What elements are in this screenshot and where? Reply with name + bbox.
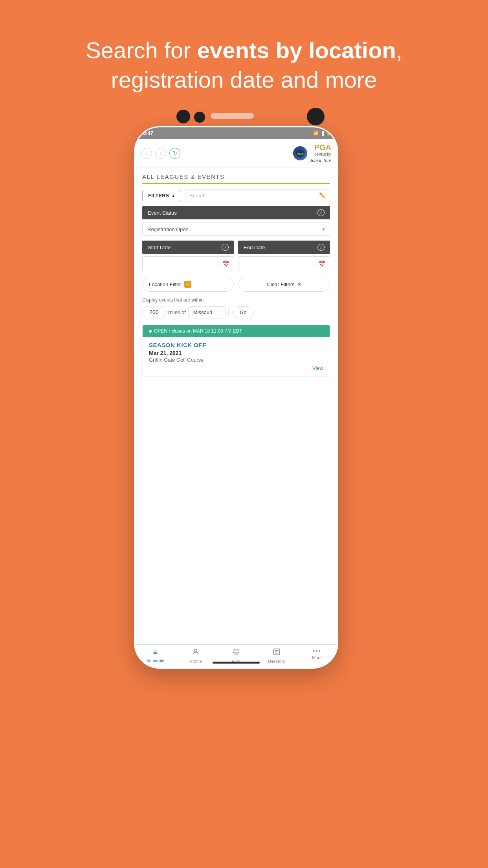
svg-point-2	[194, 649, 197, 652]
dropdown-arrow-icon: ▾	[322, 226, 325, 232]
event-card: OPEN • closes on MAR 18 11:00 PM EDT SEA…	[142, 325, 330, 377]
hero-bold: events by location	[197, 37, 396, 63]
status-icons: 📶 ▐ 🔋	[313, 131, 331, 136]
event-view: View	[149, 364, 323, 371]
checkbox-check-icon: ✓	[186, 281, 190, 287]
start-date-label: Start Date	[148, 245, 171, 250]
filters-button[interactable]: FILTERS ▲	[142, 190, 181, 201]
tab-profile-label: Profile	[190, 659, 202, 664]
status-bar: 8:47 📶 ▐ 🔋	[135, 127, 337, 139]
event-status-value: Registration Open...	[147, 226, 193, 232]
phone-frame: 8:47 📶 ▐ 🔋 ‹ › ↻ PGA PGA	[134, 126, 338, 669]
tab-directory-label: Directory	[268, 659, 285, 664]
event-status-bar: OPEN • closes on MAR 18 11:00 PM EDT	[143, 325, 330, 337]
location-filter-checkbox[interactable]: ✓	[184, 281, 191, 288]
search-placeholder: Search...	[189, 193, 210, 199]
clear-filters-label: Clear Filters	[267, 281, 294, 287]
end-date-field[interactable]: 📅	[238, 256, 330, 271]
end-date-header: End Date i	[238, 241, 330, 254]
start-date-col: Start Date i 📅	[142, 241, 234, 271]
hero-section: Search for events by location, registrat…	[54, 35, 434, 95]
start-date-info-icon[interactable]: i	[222, 244, 229, 251]
browser-nav-bar: ‹ › ↻ PGA PGA Kentucky Junior Tour	[135, 139, 337, 168]
phone-dot-middle	[194, 112, 205, 123]
location-filter-button[interactable]: Location Filter ✓	[142, 277, 234, 292]
wifi-icon: 📶	[313, 131, 319, 136]
event-name: SEASON KICK OFF	[149, 342, 323, 348]
event-status-header: Event Status i	[142, 206, 330, 219]
pencil-icon: ✏️	[319, 192, 326, 199]
hero-line2: registration date and more	[86, 65, 402, 94]
event-status-dropdown[interactable]: Registration Open... ▾	[142, 223, 330, 236]
pga-logo: PGA PGA Kentucky Junior Tour	[293, 143, 331, 164]
directory-icon	[273, 648, 281, 658]
go-button[interactable]: Go	[232, 306, 254, 318]
end-date-col: End Date i 📅	[238, 241, 330, 271]
schedule-icon: ≡	[153, 648, 158, 657]
pipe-divider: |	[228, 308, 230, 317]
start-date-calendar-icon: 📅	[222, 260, 230, 268]
filters-label: FILTERS	[148, 193, 169, 199]
phone-dot-left	[176, 110, 190, 123]
pga-junior: Junior Tour	[310, 158, 331, 163]
filters-row: FILTERS ▲ Search... ✏️	[142, 189, 330, 201]
event-date: Mar 21, 2021	[149, 350, 323, 356]
hero-comma: ,	[396, 37, 402, 63]
page-title: ALL LEAGUES & EVENTS	[142, 173, 330, 180]
svg-text:PGA: PGA	[297, 152, 304, 156]
back-button[interactable]: ‹	[141, 148, 152, 159]
section-underline	[142, 183, 330, 184]
view-link[interactable]: View	[312, 365, 323, 371]
more-icon: •••	[313, 648, 321, 654]
event-body: SEASON KICK OFF Mar 21, 2021 Griffin Gat…	[143, 337, 330, 376]
status-time: 8:47	[143, 130, 153, 136]
tab-schedule[interactable]: ≡ Schedule	[135, 648, 176, 664]
start-date-header: Start Date i	[142, 241, 234, 254]
miles-of-label: miles of	[168, 309, 186, 315]
filters-arrow-icon: ▲	[171, 193, 175, 198]
event-status-text: OPEN • closes on MAR 18 11:00 PM EDT	[154, 328, 242, 334]
search-bar[interactable]: Search... ✏️	[185, 189, 330, 201]
status-dot	[149, 330, 152, 333]
phone-speaker	[211, 113, 254, 119]
hero-line1: Search for	[86, 37, 197, 63]
phone-frame-outer: 8:47 📶 ▐ 🔋 ‹ › ↻ PGA PGA	[134, 95, 354, 669]
location-filter-label: Location Filter	[149, 281, 181, 287]
home-pill	[218, 650, 270, 652]
date-row: Start Date i 📅 End Date i	[142, 241, 330, 271]
pga-title: PGA	[314, 143, 331, 152]
clear-filters-x-icon: ✕	[297, 281, 302, 287]
battery-icon: 🔋	[326, 131, 331, 136]
refresh-button[interactable]: ↻	[169, 148, 180, 159]
event-status-info-icon[interactable]: i	[317, 209, 325, 216]
signal-icon: ▐	[321, 131, 324, 136]
forward-button[interactable]: ›	[155, 148, 166, 159]
location-input[interactable]: Missouri	[188, 306, 226, 318]
tab-more-label: More	[312, 655, 322, 660]
distance-row: 200 miles of Missouri | Go	[142, 306, 330, 318]
event-venue: Griffin Gate Golf Course	[149, 357, 323, 363]
profile-icon	[192, 648, 200, 658]
phone-camera-dot	[307, 108, 325, 125]
tab-bar: ≡ Schedule Profile POY	[135, 644, 337, 668]
filter-buttons-row: Location Filter ✓ Clear Filters ✕	[142, 277, 330, 292]
pga-logo-circle: PGA	[293, 146, 307, 160]
miles-input[interactable]: 200	[142, 306, 166, 318]
end-date-label: End Date	[244, 245, 265, 250]
clear-filters-button[interactable]: Clear Filters ✕	[238, 277, 330, 292]
display-events-text: Display events that are within	[142, 297, 330, 303]
pga-text-block: PGA Kentucky Junior Tour	[310, 143, 331, 164]
tab-profile[interactable]: Profile	[176, 648, 216, 664]
start-date-field[interactable]: 📅	[142, 256, 234, 271]
home-bar	[213, 662, 260, 664]
poy-icon	[232, 648, 240, 658]
event-status-label: Event Status	[148, 210, 177, 216]
end-date-info-icon[interactable]: i	[317, 244, 325, 251]
app-content: ALL LEAGUES & EVENTS FILTERS ▲ Search...…	[135, 167, 337, 380]
end-date-calendar-icon: 📅	[318, 260, 326, 268]
tab-schedule-label: Schedule	[146, 658, 164, 663]
tab-more[interactable]: ••• More	[297, 648, 337, 664]
pga-subtitle: Kentucky	[310, 152, 331, 156]
